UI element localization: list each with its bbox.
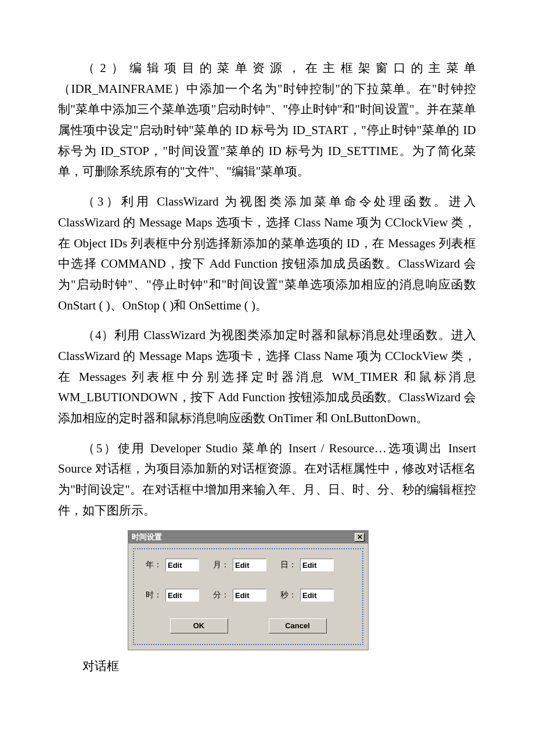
label-month: 月： [213,558,229,572]
form-row-time: 时： 分： 秒： [146,588,351,602]
paragraph-5: （5）使用 Developer Studio 菜单的 Insert / Reso… [58,438,476,521]
input-year[interactable] [165,559,199,571]
input-month[interactable] [233,559,266,571]
label-second: 秒： [280,588,297,602]
dialog-body: 年： 月： 日： 时： 分： 秒： OK Cancel [133,548,363,645]
close-icon[interactable]: ✕ [355,533,365,542]
dialog-titlebar: 时间设置 ✕ [128,531,368,543]
label-day: 日： [280,558,297,572]
paragraph-3: （3）利用 ClassWizard 为视图类添加菜单命令处理函数。进入 Clas… [58,192,476,316]
input-minute[interactable] [233,589,266,602]
figure-caption: 对话框 [58,656,476,677]
cancel-button[interactable]: Cancel [269,618,327,633]
label-minute: 分： [213,588,229,602]
input-second[interactable] [300,589,334,602]
input-day[interactable] [300,559,334,571]
label-year: 年： [146,558,162,572]
form-row-date: 年： 月： 日： [146,558,351,572]
paragraph-2: （2）编辑项目的菜单资源，在主框架窗口的主菜单（IDR_MAINFRAME）中添… [58,58,476,182]
label-hour: 时： [146,588,162,602]
dialog-image: 时间设置 ✕ 年： 月： 日： 时： 分： 秒： OK Can [128,530,476,650]
paragraph-4: （4）利用 ClassWizard 为视图类添加定时器和鼠标消息处理函数。进入 … [58,325,476,429]
dialog-title-text: 时间设置 [132,531,162,543]
time-settings-dialog: 时间设置 ✕ 年： 月： 日： 时： 分： 秒： OK Can [128,530,369,650]
ok-button[interactable]: OK [170,618,228,633]
button-row: OK Cancel [146,618,351,633]
input-hour[interactable] [165,589,199,602]
